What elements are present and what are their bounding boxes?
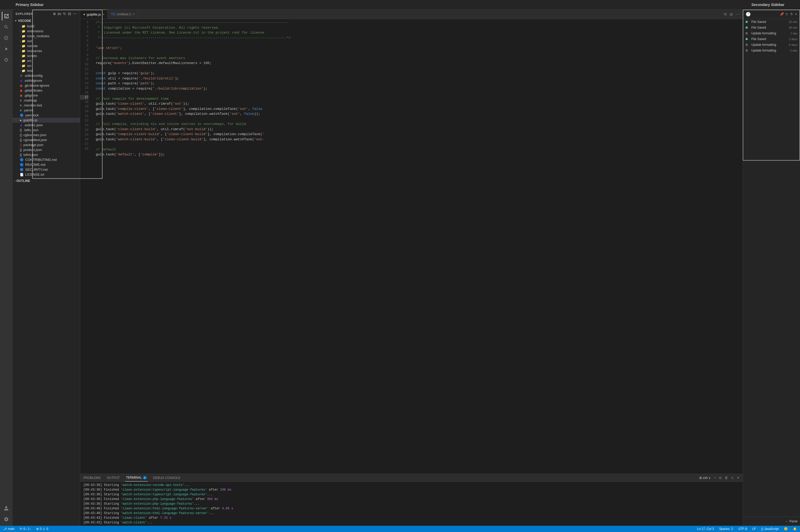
notifications-status[interactable]: 🔔 <box>792 526 798 532</box>
refresh-icon[interactable]: ↻ <box>63 12 66 16</box>
cursor-position-status[interactable]: Ln 17, Col 3 <box>696 526 715 532</box>
tree-item-node-modules[interactable]: ›📁node_modules <box>13 34 80 39</box>
extensions-activity-icon[interactable] <box>2 55 11 64</box>
timeline-time-0: 22 min <box>789 20 797 23</box>
add-terminal-icon[interactable]: + <box>713 475 717 480</box>
panel-tab-problems[interactable]: PROBLEMS <box>82 474 102 481</box>
feedback-status[interactable]: 😊 <box>783 526 789 532</box>
maximize-panel-icon[interactable]: ∧ <box>730 475 735 480</box>
spaces-status[interactable]: Spaces: 2 <box>718 526 734 532</box>
refresh-secondary-icon[interactable]: ↻ <box>785 12 788 16</box>
timeline-item-0[interactable]: File Saved 22 min <box>743 19 800 25</box>
tree-item-out[interactable]: ›📁out <box>13 39 80 43</box>
tree-item-build[interactable]: ›📁build <box>13 24 80 28</box>
split-terminal-icon[interactable]: ⧉ <box>718 475 722 480</box>
tree-item-yarnrc[interactable]: ≡.yarnrc <box>13 108 80 113</box>
eol-status[interactable]: LF <box>751 526 757 532</box>
new-file-icon[interactable]: ⊕ <box>53 12 56 16</box>
panel-tab-output[interactable]: OUTPUT <box>106 474 121 481</box>
timeline-list: File Saved 22 min File Saved 40 min Upda… <box>743 19 800 517</box>
terminal-shell-selector[interactable]: ⊞ zsh ∨ <box>698 476 712 480</box>
timeline-dot-git <box>746 32 748 34</box>
collapse-icon[interactable]: ⊟ <box>68 12 71 16</box>
tree-item-lsifrc[interactable]: {}.lsifrc.json <box>13 128 80 132</box>
search-activity-icon[interactable] <box>2 23 11 32</box>
cursor-position: Ln 17, Col 3 <box>697 527 714 531</box>
tree-item-yarn-lock[interactable]: 🔵yarn.lock <box>13 113 80 118</box>
panel-tab-debug[interactable]: DEBUG CONSOLE <box>152 474 182 481</box>
tree-item-product[interactable]: {}product.json <box>13 147 80 152</box>
warning-count: 0 <box>46 527 48 531</box>
editor-layout-icon[interactable]: ⊞ <box>729 12 734 17</box>
tree-item-git-blame[interactable]: ◉.git-blame-ignore <box>13 83 80 88</box>
tree-item-eslintignore[interactable]: ◉.eslintignore <box>13 78 80 83</box>
tree-item-eslintrc[interactable]: ◉.eslintrc.json <box>13 122 80 128</box>
accounts-activity-icon[interactable] <box>2 504 11 513</box>
language-status[interactable]: () JavaScript <box>760 526 780 532</box>
sync-status[interactable]: ↻ 0↓ 1↑ <box>19 526 32 532</box>
tree-item-editorconfig[interactable]: ⚙.editorconfig <box>13 73 80 78</box>
filter-icon[interactable]: ⚗ <box>790 12 793 16</box>
panel-tabs: PROBLEMS OUTPUT TERMINAL 1 DEBUG CONSOLE… <box>80 474 743 482</box>
error-icon: ⊗ <box>36 527 39 531</box>
tree-item-gulpfile[interactable]: ●gulpfile.js <box>13 118 80 122</box>
tree-item-gitignore[interactable]: ◉.gitignore <box>13 93 80 98</box>
tree-item-tsfmt[interactable]: {}tsfmt.json <box>13 152 80 157</box>
tab-gulpfile[interactable]: ● gulpfile.js ✕ <box>80 10 108 19</box>
tree-item-license[interactable]: 📄LICENSE.txt <box>13 172 80 177</box>
terminal-content[interactable]: [09:43:36] Starting 'watch-extension:vsc… <box>80 482 743 526</box>
pin-icon[interactable]: 📌 <box>780 12 784 16</box>
split-editor-icon[interactable]: ⧉ <box>723 12 728 17</box>
more-actions-icon[interactable]: ⋯ <box>73 12 77 16</box>
source-control-activity-icon[interactable] <box>2 34 11 42</box>
tree-item-security[interactable]: 🔵SECURITY.md <box>13 167 80 172</box>
encoding-label: UTF-8 <box>738 527 747 531</box>
settings-activity-icon[interactable] <box>2 515 11 524</box>
tab-gulpfile-close[interactable]: ✕ <box>102 13 104 16</box>
close-panel-icon[interactable]: ✕ <box>736 475 741 480</box>
tab-untitled[interactable]: TS Untitled-2 ✕ <box>108 10 138 19</box>
outline-section[interactable]: › OUTLINE <box>13 178 80 184</box>
tree-item-cglicenses[interactable]: {}cglicenses.json <box>13 132 80 137</box>
tree-item-remote[interactable]: ›📁remote <box>13 43 80 49</box>
tree-item-mention-bot[interactable]: ≡.mention-bot <box>13 103 80 108</box>
tree-item-extensions[interactable]: ›📁extensions <box>13 28 80 34</box>
tree-item-test[interactable]: ›📁test <box>13 68 80 73</box>
timeline-dot-saved-3 <box>746 38 748 40</box>
tree-item-mailmap[interactable]: ≡.mailmap <box>13 98 80 103</box>
tree-item-readme[interactable]: 🔵README.md <box>13 162 80 167</box>
panel-tab-terminal[interactable]: TERMINAL 1 <box>125 474 148 481</box>
close-secondary-icon[interactable]: ✕ <box>795 12 797 16</box>
timeline-item-4[interactable]: Update formatting 5 days <box>743 42 800 48</box>
status-bar: ⎇ main ↻ 0↓ 1↑ ⊗ 0 ⚠ 0 Ln 17, Col 3 Spac… <box>0 526 800 532</box>
tree-item-resources[interactable]: ›📁resources <box>13 49 80 53</box>
new-folder-icon[interactable]: 🗁 <box>58 12 61 16</box>
tree-item-src1[interactable]: ›📁src <box>13 58 80 63</box>
language-label: () JavaScript <box>761 527 779 531</box>
errors-status[interactable]: ⊗ 0 ⚠ 0 <box>35 526 49 532</box>
tree-item-contributing[interactable]: 🔵CONTRIBUTING.md <box>13 157 80 162</box>
tree-item-package[interactable]: {} package.json <box>13 142 80 147</box>
tree-item-cgmanifest[interactable]: {}cgmanifest.json <box>13 137 80 142</box>
timeline-item-2[interactable]: Update formatting 1 day <box>743 31 800 36</box>
tree-item-src2[interactable]: ›📁src <box>13 63 80 68</box>
tab-untitled-close[interactable]: ✕ <box>132 13 135 16</box>
code-editor[interactable]: /*--------------------------------------… <box>92 19 743 474</box>
timeline-item-3[interactable]: File Saved 2 days <box>743 36 800 42</box>
timeline-label-2: Update formatting <box>751 32 788 35</box>
explorer-activity-icon[interactable] <box>2 12 11 21</box>
panel-annotation-area: ← Panel <box>743 517 800 526</box>
git-branch-status[interactable]: ⎇ main <box>2 526 16 532</box>
timeline-item-5[interactable]: Update formatting 2 wks <box>743 48 800 53</box>
run-debug-activity-icon[interactable] <box>2 44 11 53</box>
encoding-status[interactable]: UTF-8 <box>737 526 748 532</box>
more-actions-tab-icon[interactable]: ⋯ <box>735 12 741 17</box>
timeline-label-1: File Saved <box>751 26 787 30</box>
tree-item-gitattributes[interactable]: ◉.gitattributes <box>13 88 80 93</box>
timeline-dot-saved <box>746 21 748 23</box>
tree-item-scripts[interactable]: ›📁scripts <box>13 53 80 58</box>
timeline-item-1[interactable]: File Saved 40 min <box>743 25 800 31</box>
vscode-section[interactable]: ▼ VSCODE <box>13 18 80 24</box>
timeline-label-4: Update formatting <box>751 43 787 46</box>
kill-terminal-icon[interactable]: 🗑 <box>723 475 729 480</box>
